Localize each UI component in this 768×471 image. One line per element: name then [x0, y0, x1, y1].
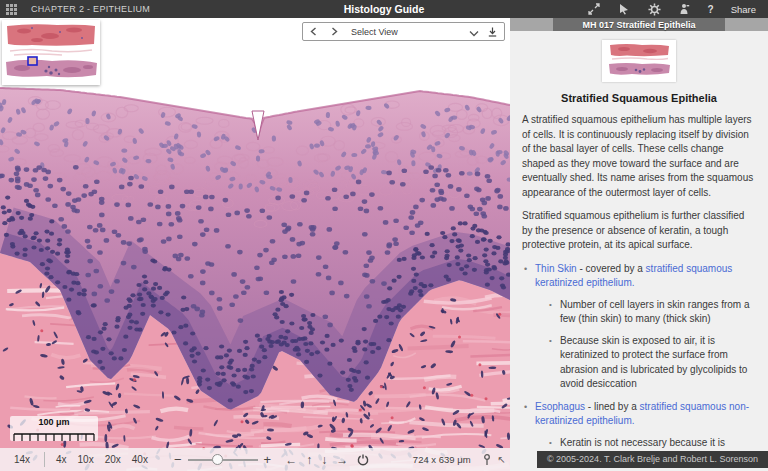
slide-overview-thumbnail[interactable] [2, 20, 100, 85]
pan-up-button[interactable]: ↑ [306, 454, 312, 466]
text-segment: - lined by a [585, 401, 639, 412]
next-view-icon[interactable] [324, 27, 345, 36]
sub-item: Number of cell layers in skin ranges fro… [547, 298, 756, 327]
zoom-preset-4x[interactable]: 4x [56, 454, 67, 465]
help-icon[interactable]: ? [708, 4, 714, 15]
view-selector-label[interactable]: Select View [351, 27, 469, 37]
text-segment: - covered by a [577, 263, 646, 274]
view-dimensions: 724 x 639 μm [413, 454, 471, 465]
breadcrumb-chapter[interactable]: CHAPTER 2 - EPITHELIUM [31, 4, 150, 14]
topbar-actions: ? Share [588, 3, 768, 16]
sidebar-slide-thumbnail[interactable] [602, 40, 676, 82]
topbar: CHAPTER 2 - EPITHELIUM Histology Guide ?… [0, 0, 768, 18]
view-selector[interactable]: Select View [302, 22, 505, 41]
prev-view-icon[interactable] [303, 27, 324, 36]
apps-grid-icon[interactable] [6, 4, 17, 15]
presenter-icon[interactable] [678, 3, 691, 16]
scale-bar-ruler [13, 433, 95, 442]
zoom-preset-20x[interactable]: 20x [105, 454, 121, 465]
pan-down-button[interactable]: ↓ [321, 454, 327, 466]
share-button[interactable]: Share [731, 4, 756, 15]
pointer-icon[interactable] [618, 3, 631, 16]
sidebar-header: MH 017 Stratified Epithelia [510, 18, 768, 31]
paragraph: Stratified squamous epithelium is furthe… [522, 209, 756, 253]
viewer-statusbar: 14x 4x 10x 20x 40x − + ← ↑ ↓ → 724 x 639… [0, 448, 510, 471]
inline-link[interactable]: Thin Skin [535, 263, 577, 274]
current-zoom-level[interactable]: 14x [0, 454, 44, 465]
histology-slide-image[interactable] [0, 18, 510, 471]
zoom-preset-10x[interactable]: 10x [78, 454, 94, 465]
slide-id-title: MH 017 Stratified Epithelia [582, 20, 695, 30]
pan-right-button[interactable]: → [336, 454, 348, 466]
zoom-preset-40x[interactable]: 40x [132, 454, 148, 465]
list-item-thin-skin: Thin Skin - covered by a stratified squa… [522, 262, 756, 392]
zoom-out-button[interactable]: − [174, 453, 182, 466]
viewport-indicator[interactable] [28, 57, 37, 65]
settings-gear-icon[interactable] [648, 3, 661, 16]
copyright-bar: © 2005-2024. T. Clark Brelje and Robert … [537, 451, 768, 468]
scale-bar-label: 100 μm [10, 416, 98, 428]
article-body: A stratified squamous epithelium has mul… [510, 113, 768, 471]
paragraph: A stratified squamous epithelium has mul… [522, 113, 756, 200]
article-heading: Stratified Squamous Epithelia [510, 92, 768, 104]
inline-link[interactable]: Esophagus [535, 401, 585, 412]
scale-bar: 100 μm [10, 416, 98, 441]
download-view-icon[interactable] [488, 23, 497, 41]
sub-item: Because skin is exposed to air, it is ke… [547, 334, 756, 392]
topic-list: Thin Skin - covered by a stratified squa… [522, 262, 756, 465]
pan-left-button[interactable]: ← [285, 454, 297, 466]
location-pin-icon[interactable] [483, 454, 491, 466]
info-sidebar: MH 017 Stratified Epithelia Stratified S… [510, 18, 768, 471]
zoom-slider[interactable] [188, 453, 258, 466]
chevron-down-icon[interactable] [469, 23, 479, 41]
reset-view-icon[interactable] [357, 454, 369, 466]
zoom-presets: 4x 10x 20x 40x [56, 454, 148, 465]
zoom-slider-handle[interactable] [212, 454, 223, 465]
list-item-lead: Thin Skin - covered by a stratified squa… [535, 263, 732, 289]
list-item-lead: Esophagus - lined by a stratified squamo… [535, 401, 749, 427]
slide-viewer[interactable]: Select View 100 μm [0, 18, 510, 471]
zoom-in-button[interactable]: + [264, 453, 272, 466]
pan-controls: ← ↑ ↓ → [285, 454, 348, 466]
fullscreen-icon[interactable] [588, 3, 601, 16]
cursor-nw-icon[interactable]: ↖ [498, 454, 506, 465]
